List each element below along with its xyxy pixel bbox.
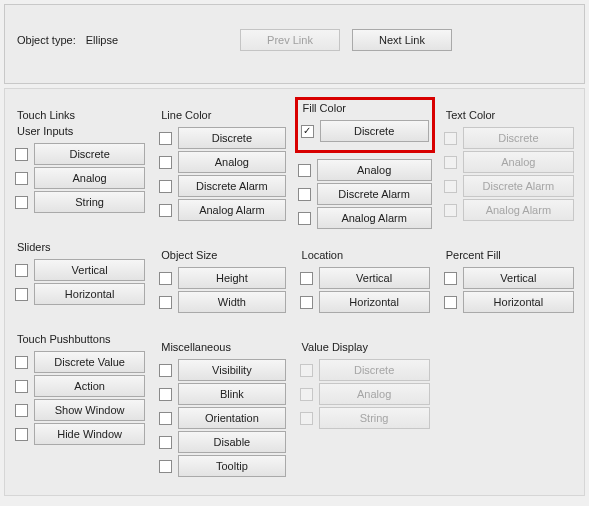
chk-loc-horizontal[interactable] xyxy=(300,296,313,309)
percent-fill-title: Percent Fill xyxy=(444,249,574,265)
chk-ui-analog[interactable] xyxy=(15,172,28,185)
chk-pf-vertical[interactable] xyxy=(444,272,457,285)
btn-tp-action[interactable]: Action xyxy=(34,375,145,397)
chk-pf-horizontal[interactable] xyxy=(444,296,457,309)
chk-vd-analog xyxy=(300,388,313,401)
percent-fill-group: Percent Fill Vertical Horizontal xyxy=(440,239,578,321)
btn-lc-discrete-alarm[interactable]: Discrete Alarm xyxy=(178,175,285,197)
touch-pushbuttons-group: Touch Pushbuttons Discrete Value Action … xyxy=(11,323,149,453)
btn-misc-tooltip[interactable]: Tooltip xyxy=(178,455,285,477)
btn-pf-vertical[interactable]: Vertical xyxy=(463,267,574,289)
chk-lc-discrete-alarm[interactable] xyxy=(159,180,172,193)
chk-sl-horizontal[interactable] xyxy=(15,288,28,301)
object-type-value: Ellipse xyxy=(86,34,118,46)
user-inputs-title: User Inputs xyxy=(15,125,145,141)
btn-tp-hide-window[interactable]: Hide Window xyxy=(34,423,145,445)
misc-title: Miscellaneous xyxy=(159,341,285,357)
chk-misc-disable[interactable] xyxy=(159,436,172,449)
chk-os-width[interactable] xyxy=(159,296,172,309)
chk-loc-vertical[interactable] xyxy=(300,272,313,285)
btn-vd-string: String xyxy=(319,407,430,429)
btn-ui-analog[interactable]: Analog xyxy=(34,167,145,189)
chk-misc-tooltip[interactable] xyxy=(159,460,172,473)
chk-tc-analog-alarm xyxy=(444,204,457,217)
chk-lc-analog[interactable] xyxy=(159,156,172,169)
chk-misc-orientation[interactable] xyxy=(159,412,172,425)
sliders-group: Sliders Vertical Horizontal xyxy=(11,231,149,313)
location-group: Location Vertical Horizontal xyxy=(296,239,434,321)
chk-fc-discrete[interactable] xyxy=(301,125,314,138)
chk-ui-discrete[interactable] xyxy=(15,148,28,161)
value-display-title: Value Display xyxy=(300,341,430,357)
chk-tc-discrete xyxy=(444,132,457,145)
btn-misc-blink[interactable]: Blink xyxy=(178,383,285,405)
btn-tc-analog-alarm: Analog Alarm xyxy=(463,199,574,221)
btn-misc-visibility[interactable]: Visibility xyxy=(178,359,285,381)
btn-os-width[interactable]: Width xyxy=(178,291,285,313)
chk-ui-string[interactable] xyxy=(15,196,28,209)
touch-pb-title: Touch Pushbuttons xyxy=(15,333,145,349)
next-link-button[interactable]: Next Link xyxy=(352,29,452,51)
chk-lc-analog-alarm[interactable] xyxy=(159,204,172,217)
location-title: Location xyxy=(300,249,430,265)
btn-lc-analog-alarm[interactable]: Analog Alarm xyxy=(178,199,285,221)
btn-loc-vertical[interactable]: Vertical xyxy=(319,267,430,289)
btn-lc-discrete[interactable]: Discrete xyxy=(178,127,285,149)
chk-tc-discrete-alarm xyxy=(444,180,457,193)
chk-tp-show-window[interactable] xyxy=(15,404,28,417)
text-color-group: Text Color Discrete Analog Discrete Alar… xyxy=(440,99,578,229)
chk-misc-blink[interactable] xyxy=(159,388,172,401)
chk-lc-discrete[interactable] xyxy=(159,132,172,145)
prev-link-button: Prev Link xyxy=(240,29,340,51)
text-color-title: Text Color xyxy=(444,109,574,125)
object-type-label: Object type: xyxy=(17,34,76,46)
btn-sl-vertical[interactable]: Vertical xyxy=(34,259,145,281)
line-color-group: Line Color Discrete Analog Discrete Alar… xyxy=(155,99,289,229)
chk-vd-discrete xyxy=(300,364,313,377)
btn-tc-discrete: Discrete xyxy=(463,127,574,149)
chk-fc-analog[interactable] xyxy=(298,164,311,177)
btn-tp-show-window[interactable]: Show Window xyxy=(34,399,145,421)
btn-fc-analog-alarm[interactable]: Analog Alarm xyxy=(317,207,432,229)
top-panel: Object type: Ellipse Prev Link Next Link… xyxy=(4,4,585,84)
btn-tc-discrete-alarm: Discrete Alarm xyxy=(463,175,574,197)
fill-color-highlight: Fill Color Discrete xyxy=(295,97,435,153)
value-display-group: Value Display Discrete Analog String xyxy=(296,331,434,437)
btn-ui-discrete[interactable]: Discrete xyxy=(34,143,145,165)
btn-fc-discrete[interactable]: Discrete xyxy=(320,120,429,142)
btn-sl-horizontal[interactable]: Horizontal xyxy=(34,283,145,305)
chk-tc-analog xyxy=(444,156,457,169)
chk-fc-discrete-alarm[interactable] xyxy=(298,188,311,201)
btn-tc-analog: Analog xyxy=(463,151,574,173)
chk-misc-visibility[interactable] xyxy=(159,364,172,377)
btn-pf-horizontal[interactable]: Horizontal xyxy=(463,291,574,313)
line-color-title: Line Color xyxy=(159,109,285,125)
object-size-group: Object Size Height Width xyxy=(155,239,289,321)
chk-tp-discrete-value[interactable] xyxy=(15,356,28,369)
touch-links-group: Touch Links User Inputs Discrete Analog … xyxy=(11,99,149,221)
chk-os-height[interactable] xyxy=(159,272,172,285)
btn-os-height[interactable]: Height xyxy=(178,267,285,289)
btn-vd-discrete: Discrete xyxy=(319,359,430,381)
btn-vd-analog: Analog xyxy=(319,383,430,405)
btn-misc-orientation[interactable]: Orientation xyxy=(178,407,285,429)
chk-tp-hide-window[interactable] xyxy=(15,428,28,441)
options-area: Touch Links User Inputs Discrete Analog … xyxy=(4,88,585,496)
btn-ui-string[interactable]: String xyxy=(34,191,145,213)
chk-tp-action[interactable] xyxy=(15,380,28,393)
btn-tp-discrete-value[interactable]: Discrete Value xyxy=(34,351,145,373)
misc-group: Miscellaneous Visibility Blink Orientati… xyxy=(155,331,289,485)
btn-misc-disable[interactable]: Disable xyxy=(178,431,285,453)
chk-sl-vertical[interactable] xyxy=(15,264,28,277)
chk-vd-string xyxy=(300,412,313,425)
touch-links-title: Touch Links xyxy=(15,109,145,125)
btn-fc-discrete-alarm[interactable]: Discrete Alarm xyxy=(317,183,432,205)
object-size-title: Object Size xyxy=(159,249,285,265)
btn-loc-horizontal[interactable]: Horizontal xyxy=(319,291,430,313)
chk-fc-analog-alarm[interactable] xyxy=(298,212,311,225)
btn-lc-analog[interactable]: Analog xyxy=(178,151,285,173)
btn-fc-analog[interactable]: Analog xyxy=(317,159,432,181)
sliders-title: Sliders xyxy=(15,241,145,257)
fill-color-title: Fill Color xyxy=(301,102,429,118)
